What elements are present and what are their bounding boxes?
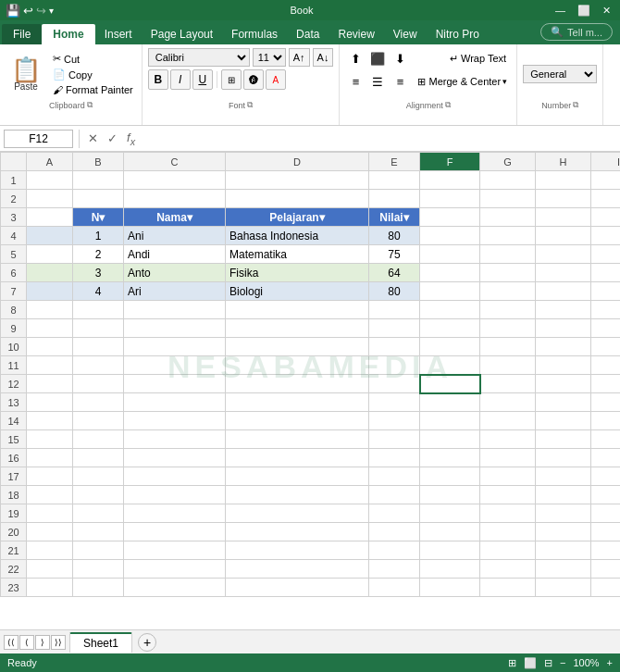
empty-cell[interactable] <box>369 449 420 467</box>
sheet-nav-prev-button[interactable]: ⟨ <box>19 635 34 650</box>
empty-cell[interactable] <box>73 375 124 393</box>
empty-cell[interactable] <box>480 560 536 579</box>
empty-cell[interactable] <box>536 412 591 430</box>
empty-cell[interactable] <box>420 430 480 449</box>
data-cell[interactable] <box>591 245 621 264</box>
empty-cell[interactable] <box>420 486 480 504</box>
empty-cell[interactable] <box>27 579 73 597</box>
empty-cell[interactable] <box>480 301 536 319</box>
data-cell[interactable] <box>536 227 591 245</box>
empty-cell[interactable] <box>369 579 420 597</box>
empty-cell[interactable] <box>369 541 420 560</box>
tab-insert[interactable]: Insert <box>95 24 142 44</box>
empty-cell[interactable] <box>420 412 480 430</box>
empty-cell[interactable] <box>73 171 124 190</box>
data-cell[interactable]: Ani <box>124 227 226 245</box>
data-cell[interactable] <box>480 264 536 282</box>
empty-cell[interactable] <box>420 449 480 467</box>
empty-cell[interactable] <box>226 541 369 560</box>
wrap-text-button[interactable]: ↵ Wrap Text <box>445 51 511 67</box>
empty-cell[interactable] <box>536 430 591 449</box>
header-cell[interactable]: N▾ <box>73 208 124 227</box>
close-btn[interactable]: ✕ <box>597 5 616 17</box>
empty-cell[interactable] <box>27 393 73 412</box>
data-cell[interactable] <box>27 227 73 245</box>
empty-cell[interactable] <box>420 338 480 356</box>
tab-file[interactable]: File <box>2 24 42 44</box>
view-normal-icon[interactable]: ⊞ <box>508 657 516 669</box>
empty-cell[interactable] <box>480 430 536 449</box>
empty-cell[interactable] <box>369 171 420 190</box>
empty-cell[interactable] <box>536 171 591 190</box>
empty-cell[interactable] <box>124 338 226 356</box>
data-cell[interactable]: 2 <box>73 245 124 264</box>
empty-cell[interactable] <box>226 560 369 579</box>
header-cell[interactable]: Pelajaran▾ <box>226 208 369 227</box>
row-header[interactable]: 10 <box>1 338 27 356</box>
cut-button[interactable]: ✂ Cut <box>50 52 136 66</box>
row-header[interactable]: 12 <box>1 375 27 393</box>
align-right-button[interactable]: ≡ <box>390 71 410 92</box>
empty-cell[interactable] <box>536 541 591 560</box>
empty-cell[interactable] <box>536 356 591 375</box>
clipboard-expand-icon[interactable]: ⧉ <box>87 100 93 110</box>
underline-button[interactable]: U <box>192 69 213 90</box>
empty-cell[interactable] <box>124 579 226 597</box>
empty-cell[interactable] <box>480 467 536 486</box>
empty-cell[interactable] <box>420 190 480 208</box>
empty-cell[interactable] <box>536 486 591 504</box>
empty-cell[interactable] <box>591 356 621 375</box>
empty-cell[interactable] <box>124 541 226 560</box>
tell-me-box[interactable]: 🔍 Tell m... <box>540 23 613 41</box>
empty-cell[interactable] <box>27 560 73 579</box>
font-increase-button[interactable]: A↑ <box>289 48 310 67</box>
empty-cell[interactable] <box>226 338 369 356</box>
empty-cell[interactable] <box>226 301 369 319</box>
empty-cell[interactable] <box>480 319 536 338</box>
merge-center-button[interactable]: ⊞ Merge & Center ▾ <box>414 74 511 90</box>
zoom-out-icon[interactable]: − <box>560 657 565 668</box>
align-bottom-button[interactable]: ⬇ <box>390 48 410 68</box>
empty-cell[interactable] <box>536 449 591 467</box>
data-cell[interactable]: 80 <box>369 227 420 245</box>
empty-cell[interactable] <box>420 375 480 393</box>
empty-cell[interactable] <box>420 504 480 523</box>
empty-cell[interactable] <box>73 504 124 523</box>
empty-cell[interactable] <box>480 171 536 190</box>
empty-cell[interactable] <box>73 412 124 430</box>
insert-function-icon[interactable]: fx <box>124 130 138 148</box>
minimize-btn[interactable]: — <box>550 5 571 17</box>
data-cell[interactable] <box>27 282 73 301</box>
row-header[interactable]: 8 <box>1 301 27 319</box>
empty-cell[interactable] <box>73 319 124 338</box>
empty-cell[interactable] <box>226 171 369 190</box>
empty-cell[interactable] <box>226 393 369 412</box>
empty-cell[interactable] <box>480 579 536 597</box>
empty-cell[interactable] <box>369 486 420 504</box>
empty-cell[interactable] <box>27 412 73 430</box>
zoom-in-icon[interactable]: + <box>607 657 613 668</box>
col-header-c[interactable]: C <box>124 153 226 171</box>
row-header[interactable]: 1 <box>1 171 27 190</box>
empty-cell[interactable] <box>591 486 621 504</box>
empty-cell[interactable] <box>73 579 124 597</box>
sheet-nav-next-button[interactable]: ⟩ <box>35 635 50 650</box>
empty-cell[interactable] <box>124 523 226 541</box>
data-cell[interactable]: 80 <box>369 282 420 301</box>
data-cell[interactable] <box>480 282 536 301</box>
empty-cell[interactable] <box>420 523 480 541</box>
empty-cell[interactable] <box>27 319 73 338</box>
empty-cell[interactable] <box>420 171 480 190</box>
data-cell[interactable]: 1 <box>73 227 124 245</box>
empty-cell[interactable] <box>226 356 369 375</box>
font-name-select[interactable]: Calibri <box>148 48 250 67</box>
data-cell[interactable]: Andi <box>124 245 226 264</box>
redo-icon[interactable]: ↪ <box>36 4 46 18</box>
empty-cell[interactable] <box>480 523 536 541</box>
empty-cell[interactable] <box>369 338 420 356</box>
border-button[interactable]: ⊞ <box>221 69 242 90</box>
confirm-formula-icon[interactable]: ✓ <box>105 131 120 146</box>
empty-cell[interactable] <box>124 504 226 523</box>
empty-cell[interactable] <box>480 504 536 523</box>
empty-cell[interactable] <box>480 356 536 375</box>
